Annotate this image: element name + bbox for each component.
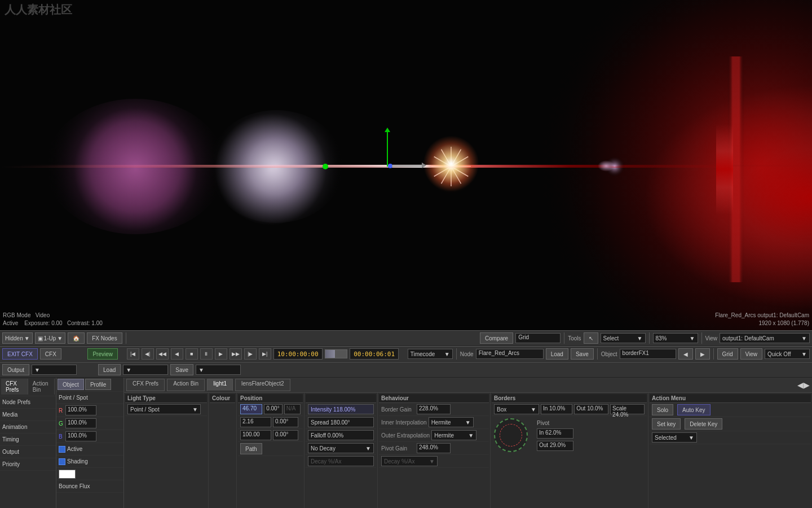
save-dropdown[interactable]: ▼: [196, 365, 241, 375]
shading-checkbox[interactable]: [59, 458, 65, 465]
decay-interp-dropdown[interactable]: Decay %/Ax ▼: [381, 456, 438, 466]
scale-input[interactable]: Scale 24.0%: [610, 404, 645, 414]
grid-btn[interactable]: Grid: [717, 348, 738, 360]
transport-play[interactable]: ▶: [215, 348, 227, 360]
nav-animation[interactable]: Animation: [0, 421, 56, 433]
quick-off-dropdown[interactable]: Quick Off▼: [765, 349, 810, 359]
active-checkbox[interactable]: [59, 446, 65, 453]
home-btn[interactable]: 🏠: [68, 332, 85, 344]
timecode-end[interactable]: 00:00:06:01: [350, 348, 399, 360]
action-menu-col: Action Menu Solo Auto Key Set key Delete…: [648, 393, 812, 508]
profile-btn[interactable]: Profile: [85, 379, 111, 390]
load-main-btn[interactable]: Load: [98, 364, 121, 375]
outer-extrap-dropdown[interactable]: Hermite ▼: [431, 430, 476, 440]
pivot-in-input[interactable]: In 62.0%: [537, 428, 573, 439]
selected-dropdown[interactable]: Selected ▼: [652, 432, 697, 443]
out-input[interactable]: Out 10.0%: [574, 404, 608, 414]
g-input[interactable]: 100.0%: [65, 418, 96, 428]
render-dropdown[interactable]: ▼: [32, 365, 77, 375]
transport-next-key[interactable]: |▶: [244, 348, 257, 360]
rot-y-input[interactable]: 0.00°: [273, 417, 298, 427]
transport-forward[interactable]: ▶▶: [230, 348, 242, 360]
select-dropdown[interactable]: Select▼: [601, 333, 646, 343]
tab-close[interactable]: ◀▶: [797, 380, 810, 389]
rot-z-input[interactable]: 0.00°: [273, 430, 298, 440]
fx-nodes-btn[interactable]: FX Nodes: [87, 332, 122, 344]
outer-extrap-row: Outer Extrapolation Hermite ▼: [379, 429, 489, 442]
cfx-prefs-tab[interactable]: CFX Prefs: [1, 379, 28, 395]
load-btn[interactable]: Load: [546, 348, 568, 360]
select-icon-btn[interactable]: ↖: [584, 332, 598, 344]
path-btn[interactable]: Path: [240, 443, 262, 454]
pos-y-input[interactable]: 2.16: [240, 417, 271, 427]
transport-stop[interactable]: ■: [186, 348, 198, 360]
object-btn[interactable]: Object: [58, 379, 84, 390]
r-input[interactable]: 100.0%: [65, 405, 96, 415]
light-type-dropdown[interactable]: Point / Spot ▼: [127, 404, 201, 414]
exit-cfx-btn[interactable]: EXIT CFX: [2, 348, 38, 360]
nav-node-prefs[interactable]: Node Prefs: [0, 396, 56, 409]
node-value-input[interactable]: Flare_Red_Arcs: [476, 349, 544, 359]
object-value-input[interactable]: borderFX1: [620, 349, 676, 359]
nav-priority[interactable]: Priority: [0, 458, 56, 471]
transport-begin[interactable]: |◀: [127, 348, 139, 360]
save-main-btn[interactable]: Save: [170, 364, 193, 375]
view-output-dropdown[interactable]: output1: DefaultCam▼: [720, 333, 810, 343]
obj-nav-fwd[interactable]: ▶: [695, 348, 710, 360]
tab-cfx-prefs[interactable]: CFX Prefs: [126, 379, 165, 391]
falloff-dropdown[interactable]: Falloff 0.00%: [308, 430, 374, 440]
rot-x-input[interactable]: 0.00°: [264, 404, 283, 414]
cfx-btn[interactable]: CFX: [40, 348, 61, 360]
nav-media[interactable]: Media: [0, 409, 56, 421]
box-dropdown[interactable]: Box ▼: [494, 404, 539, 414]
transport-step-back[interactable]: ◀◀: [156, 348, 169, 360]
tab-action-bin[interactable]: Action Bin: [167, 379, 205, 391]
solo-btn[interactable]: Solo: [652, 404, 673, 415]
inner-interp-dropdown[interactable]: Hermite ▼: [429, 417, 474, 427]
zoom-dropdown[interactable]: 83%▼: [653, 333, 698, 343]
render-btn[interactable]: Output: [2, 364, 29, 375]
save-btn[interactable]: Save: [571, 348, 594, 360]
no-decay-dropdown[interactable]: No Decay ▼: [308, 443, 374, 453]
spread-dropdown[interactable]: Spread 180.00°: [308, 417, 374, 427]
compare-btn[interactable]: Compare: [480, 332, 513, 344]
decay-dropdown[interactable]: Decay %/Ax: [308, 456, 374, 466]
auto-key-btn[interactable]: Auto Key: [677, 404, 710, 415]
in-input[interactable]: In 10.0%: [541, 404, 572, 414]
borders-col: Borders Box ▼ In 10.0% Out 10.0% Scale 2…: [491, 393, 648, 508]
timecode-start[interactable]: 10:00:00:00: [273, 348, 323, 360]
tab-lens-flare[interactable]: lensFlareObject2: [235, 379, 290, 391]
action-bin-tab[interactable]: Action Bin: [28, 379, 55, 395]
border-dial[interactable]: [494, 418, 528, 452]
border-gain-input[interactable]: 228.0%: [417, 404, 451, 414]
hidden-dropdown[interactable]: Hidden ▼: [2, 332, 33, 344]
load-dropdown[interactable]: ▼: [123, 365, 168, 375]
tab-light1[interactable]: light1: [207, 379, 233, 391]
delete-key-btn[interactable]: Delete Key: [685, 418, 722, 430]
selected-label: Selected: [655, 435, 677, 441]
intensity-dropdown[interactable]: Intensity 118.00%: [308, 404, 374, 414]
transport-prev-key[interactable]: ◀|: [142, 348, 154, 360]
colour-swatch[interactable]: [59, 470, 76, 479]
decay-interp-label: Decay %/Ax: [384, 458, 414, 465]
pivot-out-input[interactable]: Out 29.0%: [537, 441, 573, 451]
transport-pause[interactable]: ⏸: [200, 348, 213, 360]
1up-dropdown[interactable]: ▣ 1-Up ▼: [35, 332, 66, 344]
grid-input[interactable]: Grid: [515, 333, 561, 343]
nav-timing[interactable]: Timing: [0, 433, 56, 446]
falloff-label: Falloff 0.00%: [311, 432, 343, 439]
timecode-dropdown[interactable]: Timecode▼: [408, 349, 453, 359]
set-key-btn[interactable]: Set key: [652, 418, 681, 430]
view-btn[interactable]: View: [740, 348, 763, 360]
pos-z-input[interactable]: 100.00: [240, 430, 271, 440]
pos-x-input[interactable]: 46.70: [240, 404, 262, 414]
pivot-gain-input[interactable]: 248.0%: [417, 443, 451, 453]
transport-end[interactable]: ▶|: [259, 348, 271, 360]
preview-btn[interactable]: Preview: [87, 348, 118, 360]
timeline-bar[interactable]: [325, 349, 348, 358]
transport-back[interactable]: ◀: [171, 348, 183, 360]
bounce-flux-row[interactable]: Bounce Flux: [56, 480, 123, 493]
nav-output[interactable]: Output: [0, 446, 56, 458]
obj-nav-back[interactable]: ◀: [678, 348, 693, 360]
b-input[interactable]: 100.0%: [65, 431, 96, 441]
